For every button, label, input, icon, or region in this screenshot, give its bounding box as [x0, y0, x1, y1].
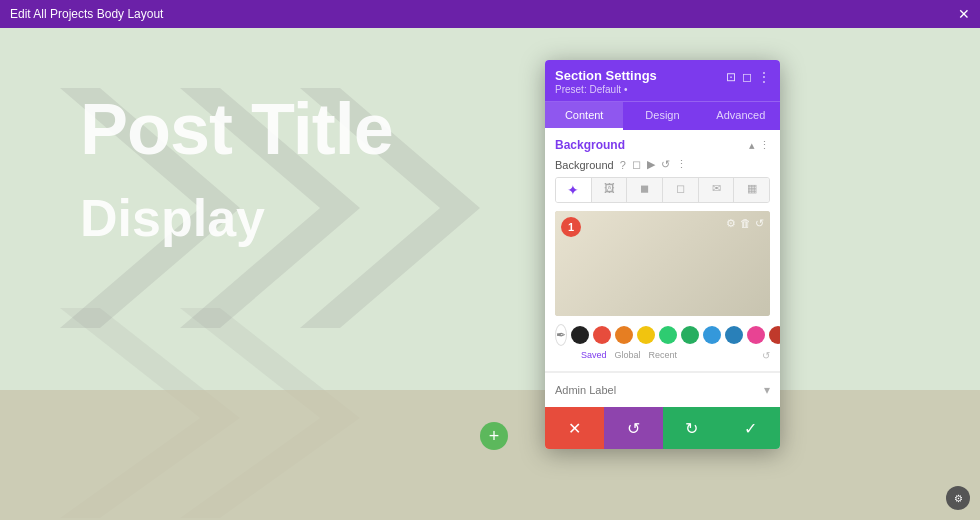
bg-type-gradient[interactable]: ◻	[663, 178, 699, 202]
admin-label-section: Admin Label ▾	[545, 373, 780, 407]
preview-action-icons: ⚙ 🗑 ↺	[726, 217, 764, 230]
bg-target-icon[interactable]: ▶	[647, 158, 655, 171]
swatch-pink[interactable]	[747, 326, 765, 344]
bg-type-video[interactable]: ◼	[627, 178, 663, 202]
panel-tabs: Content Design Advanced	[545, 101, 780, 130]
swatch-blue-light[interactable]	[703, 326, 721, 344]
section-more-icon[interactable]: ⋮	[759, 139, 770, 152]
tab-advanced[interactable]: Advanced	[702, 102, 780, 130]
section-toggle-icons: ▴ ⋮	[749, 139, 770, 152]
add-section-button[interactable]: +	[480, 422, 508, 450]
top-bar: Edit All Projects Body Layout ✕	[0, 0, 980, 28]
preview-delete-icon[interactable]: 🗑	[740, 217, 751, 230]
panel-expand-icon[interactable]: ◻	[742, 70, 752, 84]
bg-type-mask[interactable]: ▦	[734, 178, 769, 202]
floating-settings-icon[interactable]: ⚙	[946, 486, 970, 510]
canvas-subtitle: Display	[80, 188, 265, 248]
cancel-button[interactable]: ✕	[545, 407, 604, 449]
settings-panel: Section Settings Preset: Default • ⊡ ◻ ⋮…	[545, 60, 780, 449]
canvas-bottom-strip	[0, 390, 980, 520]
panel-preset: Preset: Default •	[555, 84, 726, 95]
background-section-title: Background	[555, 138, 625, 152]
close-icon[interactable]: ✕	[958, 6, 970, 22]
canvas: Post Title Display +	[0, 28, 980, 520]
color-labels-row: Saved Global Recent ↺	[581, 350, 770, 361]
tab-content[interactable]: Content	[545, 102, 623, 130]
canvas-title: Post Title	[80, 88, 393, 170]
bg-type-pattern[interactable]: ✉	[699, 178, 735, 202]
panel-menu-icon[interactable]: ⋮	[758, 70, 770, 84]
tab-design[interactable]: Design	[623, 102, 701, 130]
bg-more-icon[interactable]: ⋮	[676, 158, 687, 171]
panel-minimize-icon[interactable]: ⊡	[726, 70, 736, 84]
swatch-green[interactable]	[681, 326, 699, 344]
swatch-red[interactable]	[593, 326, 611, 344]
saved-colors-label[interactable]: Saved	[581, 350, 607, 361]
panel-body: Background ▴ ⋮ Background ? ◻ ▶ ↺ ⋮ ✦ 🖼 …	[545, 130, 780, 407]
swatch-dark-red[interactable]	[769, 326, 780, 344]
eyedropper-icon[interactable]: ✒	[555, 324, 567, 346]
background-label-row: Background ? ◻ ▶ ↺ ⋮	[555, 158, 770, 171]
bg-type-image[interactable]: 🖼	[592, 178, 628, 202]
panel-title: Section Settings	[555, 68, 726, 83]
reset-colors-icon[interactable]: ↺	[762, 350, 770, 361]
panel-header: Section Settings Preset: Default • ⊡ ◻ ⋮	[545, 60, 780, 101]
bg-help-icon[interactable]: ?	[620, 159, 626, 171]
swatch-green-light[interactable]	[659, 326, 677, 344]
top-bar-title: Edit All Projects Body Layout	[10, 7, 163, 21]
swatch-blue[interactable]	[725, 326, 743, 344]
background-type-tabs: ✦ 🖼 ◼ ◻ ✉ ▦	[555, 177, 770, 203]
background-section: Background ▴ ⋮ Background ? ◻ ▶ ↺ ⋮ ✦ 🖼 …	[545, 130, 780, 372]
background-section-header: Background ▴ ⋮	[555, 138, 770, 152]
bg-reset-icon[interactable]: ↺	[661, 158, 670, 171]
swatch-yellow[interactable]	[637, 326, 655, 344]
layer-badge: 1	[561, 217, 581, 237]
background-label: Background	[555, 159, 614, 171]
redo-button[interactable]: ↻	[663, 407, 722, 449]
admin-label-expand-icon[interactable]: ▾	[764, 383, 770, 397]
swatch-black[interactable]	[571, 326, 589, 344]
swatch-orange[interactable]	[615, 326, 633, 344]
bg-copy-icon[interactable]: ◻	[632, 158, 641, 171]
preview-settings-icon[interactable]: ⚙	[726, 217, 736, 230]
save-button[interactable]: ✓	[721, 407, 780, 449]
color-preview-area: 1 ⚙ 🗑 ↺	[555, 211, 770, 316]
preview-refresh-icon[interactable]: ↺	[755, 217, 764, 230]
admin-label-text: Admin Label	[555, 384, 616, 396]
bg-type-color[interactable]: ✦	[556, 178, 592, 202]
undo-button[interactable]: ↺	[604, 407, 663, 449]
global-colors-label[interactable]: Global	[615, 350, 641, 361]
recent-colors-label[interactable]: Recent	[649, 350, 678, 361]
section-collapse-icon[interactable]: ▴	[749, 139, 755, 152]
action-bar: ✕ ↺ ↻ ✓	[545, 407, 780, 449]
panel-title-block: Section Settings Preset: Default •	[555, 68, 726, 95]
panel-header-actions: ⊡ ◻ ⋮	[726, 70, 770, 84]
color-swatches-row: ✒ …	[555, 324, 770, 346]
